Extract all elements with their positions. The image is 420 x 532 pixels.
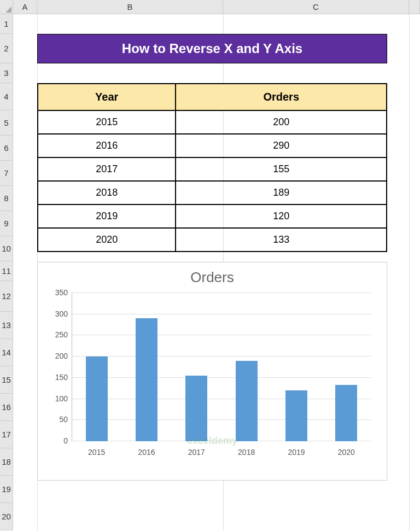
cell-orders[interactable]: 155 xyxy=(176,157,387,181)
row-header-14[interactable]: 14 xyxy=(0,339,13,366)
row-header-6[interactable]: 6 xyxy=(0,136,13,161)
col-header-a[interactable]: A xyxy=(13,0,37,14)
chart-bar[interactable] xyxy=(136,318,158,441)
cell-year[interactable]: 2015 xyxy=(38,110,176,134)
y-tick-label: 300 xyxy=(55,309,72,318)
y-tick-label: 0 xyxy=(63,436,72,445)
row-header-15[interactable]: 15 xyxy=(0,366,13,394)
cell-orders[interactable]: 120 xyxy=(176,204,387,228)
row-header-20[interactable]: 20 xyxy=(0,503,13,530)
chart-bar[interactable] xyxy=(285,390,307,441)
cell-year[interactable]: 2019 xyxy=(38,204,176,228)
chart-bar[interactable] xyxy=(335,385,357,441)
table-row[interactable]: 2016290 xyxy=(38,134,387,157)
y-tick-label: 350 xyxy=(55,288,72,297)
row-header-11[interactable]: 11 xyxy=(0,261,13,281)
cell-year[interactable]: 2018 xyxy=(38,181,176,204)
x-tick-label: 2018 xyxy=(238,448,255,457)
spreadsheet-grid: A B C 1 2 3 4 5 6 7 8 9 10 11 12 13 14 1… xyxy=(0,0,420,530)
row-header-13[interactable]: 13 xyxy=(0,312,13,339)
row-header-9[interactable]: 9 xyxy=(0,211,13,236)
table-row[interactable]: 2017155 xyxy=(38,157,387,181)
chart-bar[interactable] xyxy=(236,361,258,441)
row-header-3[interactable]: 3 xyxy=(0,63,13,83)
col-header-b[interactable]: B xyxy=(37,0,223,14)
chart-bars xyxy=(72,293,371,441)
row-header-5[interactable]: 5 xyxy=(0,110,13,136)
row-header-18[interactable]: 18 xyxy=(0,448,13,476)
y-tick-label: 50 xyxy=(59,415,72,424)
table-row[interactable]: 2015200 xyxy=(38,110,387,134)
row-header-4[interactable]: 4 xyxy=(0,83,13,110)
row-header-19[interactable]: 19 xyxy=(0,476,13,503)
cell-year[interactable]: 2016 xyxy=(38,134,176,157)
y-tick-label: 100 xyxy=(55,394,72,403)
chart-orders[interactable]: Orders 050100150200250300350 20152016201… xyxy=(37,262,387,481)
col-header-c[interactable]: C xyxy=(223,0,409,14)
chart-bar[interactable] xyxy=(185,376,207,441)
cell-orders[interactable]: 189 xyxy=(176,181,387,204)
data-table: Year Orders 2015200201629020171552018189… xyxy=(37,83,387,252)
cell-year[interactable]: 2020 xyxy=(38,228,176,252)
cell-orders[interactable]: 133 xyxy=(176,228,387,252)
table-row[interactable]: 2019120 xyxy=(38,204,387,228)
col-header-blank[interactable] xyxy=(409,0,420,14)
row-header-16[interactable]: 16 xyxy=(0,394,13,421)
table-header-orders[interactable]: Orders xyxy=(176,84,387,110)
y-tick-label: 150 xyxy=(55,373,72,382)
chart-plot-area: 050100150200250300350 201520162017201820… xyxy=(72,293,371,457)
y-tick-label: 250 xyxy=(55,330,72,339)
y-tick-label: 200 xyxy=(55,352,72,360)
x-tick-label: 2016 xyxy=(138,448,155,457)
row-header-17[interactable]: 17 xyxy=(0,421,13,448)
cell-orders[interactable]: 290 xyxy=(176,134,387,157)
chart-title: Orders xyxy=(49,269,376,286)
cell-year[interactable]: 2017 xyxy=(38,157,176,181)
chart-bar[interactable] xyxy=(86,356,108,441)
row-header-1[interactable]: 1 xyxy=(0,14,13,34)
select-all-corner[interactable] xyxy=(0,0,13,14)
x-tick-label: 2020 xyxy=(338,448,355,457)
row-header-8[interactable]: 8 xyxy=(0,186,13,211)
row-header-2[interactable]: 2 xyxy=(0,34,13,63)
table-row[interactable]: 2018189 xyxy=(38,181,387,204)
cell-area[interactable]: How to Reverse X and Y Axis Year Orders … xyxy=(13,14,420,530)
row-header-12[interactable]: 12 xyxy=(0,281,13,312)
x-tick-label: 2017 xyxy=(188,448,205,457)
chart-x-axis: 201520162017201820192020 xyxy=(72,448,371,457)
table-row[interactable]: 2020133 xyxy=(38,228,387,252)
page-title: How to Reverse X and Y Axis xyxy=(37,34,387,63)
table-header-year[interactable]: Year xyxy=(38,84,176,110)
cell-orders[interactable]: 200 xyxy=(176,110,387,134)
row-header-7[interactable]: 7 xyxy=(0,161,13,186)
x-tick-label: 2019 xyxy=(288,448,305,457)
x-tick-label: 2015 xyxy=(88,448,105,457)
row-header-10[interactable]: 10 xyxy=(0,236,13,261)
